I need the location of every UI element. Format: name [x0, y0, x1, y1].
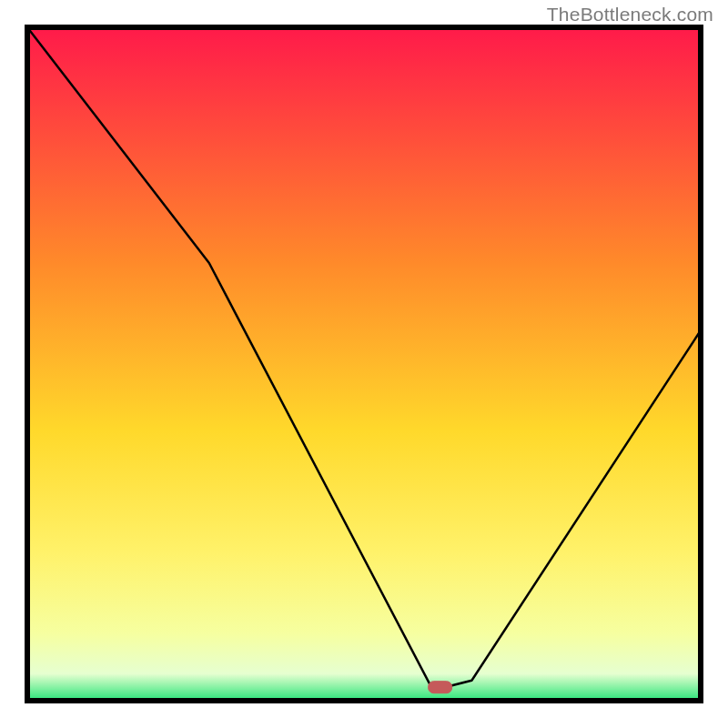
- chart-background: [27, 27, 701, 701]
- optimal-marker: [429, 682, 452, 693]
- chart-container: { "watermark": "TheBottleneck.com", "col…: [0, 0, 728, 728]
- bottleneck-chart: [0, 0, 728, 728]
- watermark-text: TheBottleneck.com: [547, 4, 713, 25]
